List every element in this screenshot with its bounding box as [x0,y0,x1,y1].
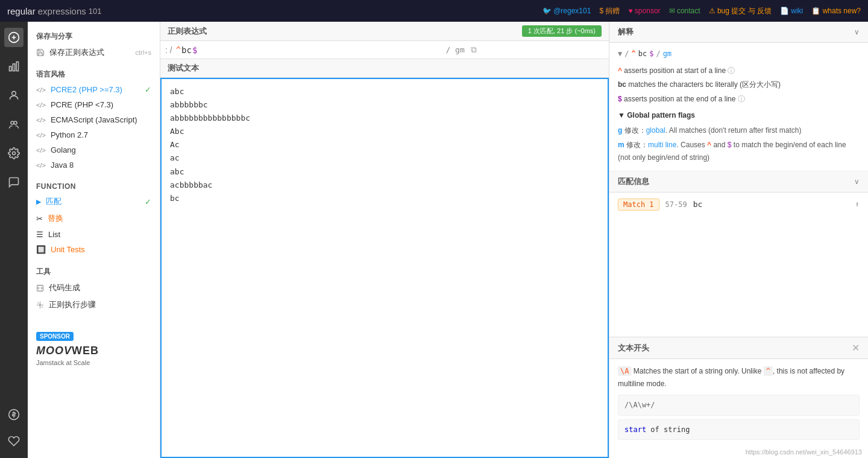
flag-g-desc: g 修改：global. All matches (don't return a… [618,124,860,138]
expand-icon: ▶ [36,198,41,206]
sponsor-logo[interactable]: MOOVWEB [36,345,151,357]
regex-input-field[interactable] [201,45,442,55]
save-regex-button[interactable]: 保存正则表达式 ctrl+s [28,44,160,61]
lang-ecma[interactable]: </> ECMAScript (JavaScript) [28,112,160,127]
match-info-content: Match 1 57-59 bc ⬆ [609,192,868,217]
match-info-collapse[interactable]: ∨ [854,177,860,186]
match-info-title: 匹配信息 [618,176,649,187]
regex-title: 正则表达式 [168,26,207,37]
func-match[interactable]: ▶ 匹配 ✓ [28,193,160,210]
svg-rect-2 [13,64,14,71]
match-val: bc [693,200,703,209]
lang-ecma-label: ECMAScript (JavaScript) [51,115,137,124]
lang-java[interactable]: </> Java 8 [28,157,160,173]
sidebar-icon-chart[interactable] [4,57,24,76]
sidebar-bottom [4,405,24,458]
sidebar-icon-regex[interactable] [4,28,24,47]
textstart-example: start of string [618,419,860,440]
sponsor-link[interactable]: ♥ sponsor [628,7,660,15]
lang-pcre2-label: PCRE2 (PHP >=7.3) [51,85,122,94]
sponsor-tagline: Jamstack at Scale [36,359,151,366]
save-icon [36,48,45,57]
sidebar-icon-user[interactable] [4,86,24,105]
keyword-string: string [664,425,690,434]
main-layout: 保存与分享 保存正则表达式 ctrl+s 语言风格 </> PCRE2 (PHP… [0,22,868,458]
spacer [609,217,868,337]
match-label: Match 1 [618,199,659,211]
sidebar-icon-dollar[interactable] [4,405,24,424]
wiki-link[interactable]: 📄 wiki [780,7,803,15]
navbar-links: 🐦 @regex101 $ 捐赠 ♥ sponsor ✉ contact ⚠ b… [542,6,861,16]
left-panel: 保存与分享 保存正则表达式 ctrl+s 语言风格 </> PCRE2 (PHP… [28,22,160,458]
copy-button[interactable]: ⧉ [468,43,479,56]
tool-debugger-label: 正则执行步骤 [49,299,96,310]
testtext-area[interactable]: abc abbbbbbc abbbbbbbbbbbbbbbc Abc Ac ac… [160,78,609,458]
pattern-dollar: $ [192,45,197,55]
twitter-link[interactable]: 🐦 @regex101 [542,7,591,15]
explain-bc: bc matches the characters bc literally (… [618,78,860,92]
center-panel: 正则表达式 1 次匹配, 21 步 (~0ms) : / ^bc$ / gm ⧉… [160,22,609,458]
func-list-label: List [48,230,60,239]
bug-link[interactable]: ⚠ bug 提交 与 反馈 [709,6,772,16]
code-icon-2: </> [36,101,46,109]
match-info-header: 匹配信息 ∨ [609,171,868,192]
sidebar-icon-chat[interactable] [4,173,24,192]
lang-pcre2[interactable]: </> PCRE2 (PHP >=7.3) ✓ [28,82,160,97]
check-icon: ✓ [145,85,151,94]
info-icon-caret[interactable]: ⓘ [728,66,735,75]
svg-rect-3 [16,62,18,71]
explain-title: 解释 [618,27,634,37]
func-unittests[interactable]: 🔲 Unit Tests [28,242,160,257]
test-icon: 🔲 [36,245,46,254]
textstart-content: \A Matches the start of a string only. U… [609,359,868,446]
save-section-title: 保存与分享 [28,28,160,44]
info-icon-dollar[interactable]: ⓘ [738,95,745,103]
explain-collapse[interactable]: ∨ [854,28,860,36]
close-button[interactable]: ✕ [852,342,860,354]
navbar: regular expressions 101 🐦 @regex101 $ 捐赠… [0,0,868,22]
contact-link[interactable]: ✉ contact [669,7,700,15]
donate-link[interactable]: $ 捐赠 [599,6,620,16]
tool-codegen-label: 代码生成 [49,282,80,293]
sidebar-icon-community[interactable] [4,115,24,134]
tool-debugger[interactable]: 正则执行步骤 [28,296,160,313]
tools-section-title: 工具 [28,263,160,279]
match-badge: 1 次匹配, 21 步 (~0ms) [522,25,602,37]
codegen-icon [36,284,44,292]
svg-point-10 [39,304,41,305]
regex-input-row: : / ^bc$ / gm ⧉ [160,41,609,59]
func-replace[interactable]: ✂ 替换 [28,210,160,227]
lang-java-label: Java 8 [51,161,74,170]
lang-python[interactable]: </> Python 2.7 [28,127,160,142]
func-match-label: 匹配 [46,196,61,207]
explain-dollar: $ asserts position at the end of a line … [618,93,860,106]
code-icon-5: </> [36,147,46,154]
svg-point-4 [12,91,16,95]
tool-codegen[interactable]: 代码生成 [28,279,160,296]
explain-content: ▼ / ^bc$ / gm ^ asserts position at star… [609,43,868,171]
func-list[interactable]: ☰ List [28,227,160,242]
testtext-title: 测试文本 [160,59,609,78]
whatsnew-link[interactable]: 📋 whats new? [811,7,861,15]
export-button[interactable]: ⬆ [855,200,860,209]
code-icon-6: </> [36,162,46,169]
regex-display: ^bc$ [176,45,198,55]
code-icon-3: </> [36,116,46,124]
lang-golang[interactable]: </> Golang [28,142,160,157]
sidebar-icon-settings[interactable] [4,144,24,163]
lang-pcre[interactable]: </> PCRE (PHP <7.3) [28,97,160,112]
token-backslashA: \A [618,366,631,376]
func-match-check: ✓ [145,197,151,206]
lang-golang-label: Golang [51,145,76,154]
sidebar-icon-heart[interactable] [4,431,24,451]
lang-pcre-label: PCRE (PHP <7.3) [51,100,113,109]
explain-header: 解释 ∨ [609,22,868,43]
pattern-caret: ^ [176,45,181,55]
explain-caret: ^ asserts position at start of a line ⓘ [618,65,860,78]
function-section-title: FUNCTION [28,179,160,193]
list-icon: ☰ [36,230,43,239]
global-flags-title: ▼ Global pattern flags [618,109,860,122]
code-icon-4: </> [36,132,46,139]
textstart-section: 文本开头 ✕ \A Matches the start of a string … [609,337,868,458]
func-replace-label: 替换 [48,213,63,224]
